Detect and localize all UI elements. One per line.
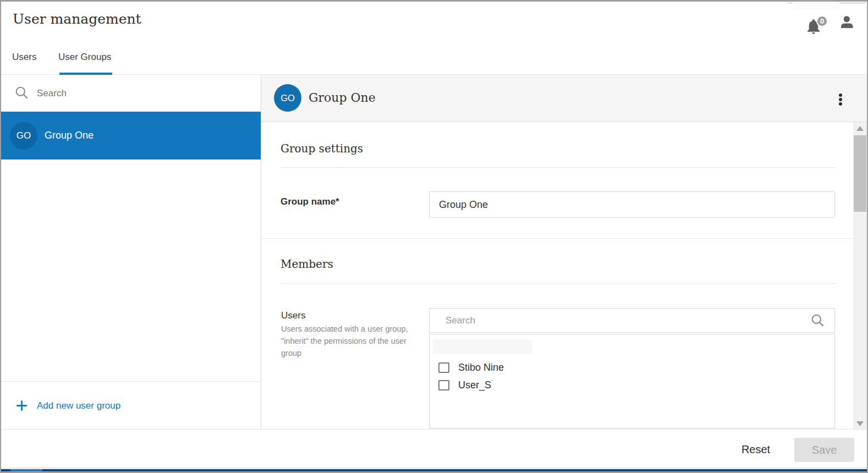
group-name: Group One <box>45 130 94 141</box>
kebab-dot <box>839 94 842 97</box>
search-icon <box>811 314 824 327</box>
top-right-artifact <box>839 2 866 4</box>
checkbox[interactable] <box>438 380 449 391</box>
loading-placeholder <box>433 339 532 354</box>
users-help-text: Users associated with a user group, "inh… <box>281 323 419 359</box>
scrollbar[interactable] <box>853 122 867 430</box>
sidebar-search <box>1 75 261 112</box>
footer-bar: Reset Save <box>1 429 867 467</box>
panel-body: Group settings Group name* Members Users… <box>261 123 853 429</box>
member-option-user-s[interactable]: User_S <box>438 380 491 391</box>
scroll-up-button[interactable] <box>853 122 867 134</box>
person-icon <box>841 16 853 29</box>
app-window: User management 0 Users User Groups <box>1 1 867 471</box>
save-button[interactable]: Save <box>794 438 854 462</box>
plus-icon <box>16 400 28 411</box>
account-button[interactable] <box>841 16 853 29</box>
kebab-dot <box>839 98 842 101</box>
top-right-artifact <box>788 2 793 4</box>
group-avatar: GO <box>10 122 37 150</box>
divider <box>281 167 835 168</box>
divider <box>281 283 835 284</box>
section-divider <box>261 238 853 239</box>
member-option-stibo-nine[interactable]: Stibo Nine <box>438 362 504 373</box>
tab-users[interactable]: Users <box>12 52 36 63</box>
more-options-button[interactable] <box>836 91 843 108</box>
top-right-artifact <box>793 2 839 9</box>
search-icon <box>15 86 28 99</box>
group-name-input[interactable] <box>429 191 835 218</box>
kebab-dot <box>839 102 842 106</box>
group-name-label: Group name* <box>281 196 339 207</box>
scrollbar-thumb[interactable] <box>854 135 866 212</box>
page-title: User management <box>13 11 141 27</box>
tab-user-groups[interactable]: User Groups <box>58 52 111 63</box>
panel-header: GO Group One <box>261 75 867 122</box>
panel-title: Group One <box>309 91 376 105</box>
users-label: Users <box>281 310 305 321</box>
sidebar: GO Group One Add new user group <box>1 75 261 429</box>
notification-badge: 0 <box>816 15 828 27</box>
detail-panel: GO Group One Group settings Group name* … <box>261 75 867 429</box>
reset-button[interactable]: Reset <box>731 438 781 460</box>
sidebar-footer: Add new user group <box>1 381 261 429</box>
members-search-input[interactable] <box>430 309 804 332</box>
panel-avatar: GO <box>274 84 301 112</box>
section-heading-members: Members <box>281 257 333 271</box>
members-list: Stibo Nine User_S <box>429 334 835 428</box>
main-row: GO Group One Add new user group GO Group… <box>1 75 867 429</box>
group-list-item[interactable]: GO Group One <box>1 112 261 160</box>
progress-bar <box>1 469 867 471</box>
add-user-group-button[interactable]: Add new user group <box>16 400 120 411</box>
sidebar-search-input[interactable] <box>37 83 246 104</box>
section-heading-group-settings: Group settings <box>281 142 363 155</box>
tab-bar: Users User Groups <box>1 40 867 75</box>
scroll-down-button[interactable] <box>853 417 867 430</box>
members-search <box>429 308 835 333</box>
window-top-edge <box>1 1 867 2</box>
progress-fill <box>10 469 42 471</box>
notifications-button[interactable]: 0 <box>807 19 832 37</box>
top-bar: User management 0 <box>1 1 867 40</box>
checkbox[interactable] <box>438 362 449 373</box>
